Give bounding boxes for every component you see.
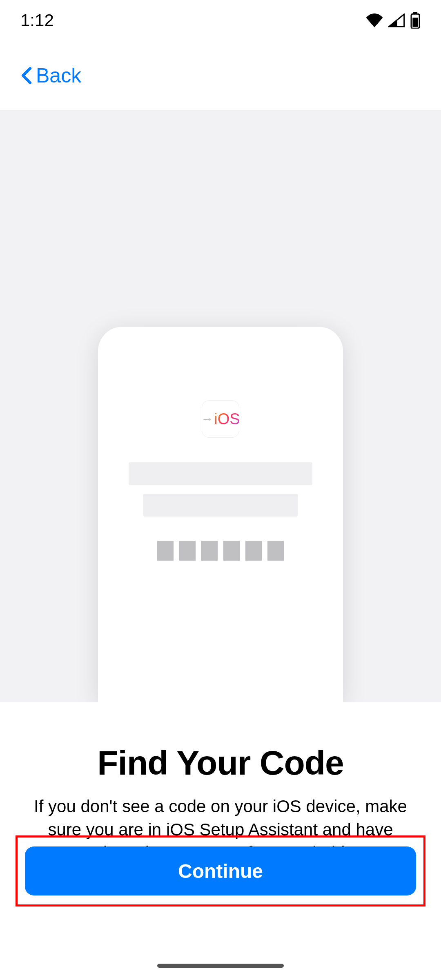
cell-signal-icon [388,13,405,27]
battery-icon [410,12,421,29]
code-digit-placeholder [201,541,218,561]
back-label: Back [36,64,81,87]
code-digit-placeholder [179,541,196,561]
status-time: 1:12 [20,11,54,30]
status-bar: 1:12 [0,0,441,41]
code-digit-placeholder [157,541,174,561]
code-digit-placeholder [245,541,262,561]
illustration-area: → iOS [0,110,441,702]
svg-rect-2 [412,18,418,27]
back-button[interactable]: Back [20,64,81,87]
continue-button[interactable]: Continue [25,846,416,895]
page-title: Find Your Code [24,743,416,783]
home-indicator[interactable] [157,964,284,968]
status-icons [366,12,421,29]
arrow-right-icon: → [201,412,213,426]
placeholder-bar [143,494,298,517]
button-highlight-container: Continue [16,835,425,906]
phone-mockup: → iOS [98,327,343,702]
navigation-bar: Back [0,41,441,110]
placeholder-bar [129,462,312,485]
ios-label: iOS [214,410,240,428]
code-digit-placeholder [267,541,284,561]
wifi-icon [366,13,383,27]
chevron-left-icon [20,67,33,85]
ios-app-icon: → iOS [202,400,239,438]
code-boxes [157,541,284,561]
code-digit-placeholder [223,541,240,561]
